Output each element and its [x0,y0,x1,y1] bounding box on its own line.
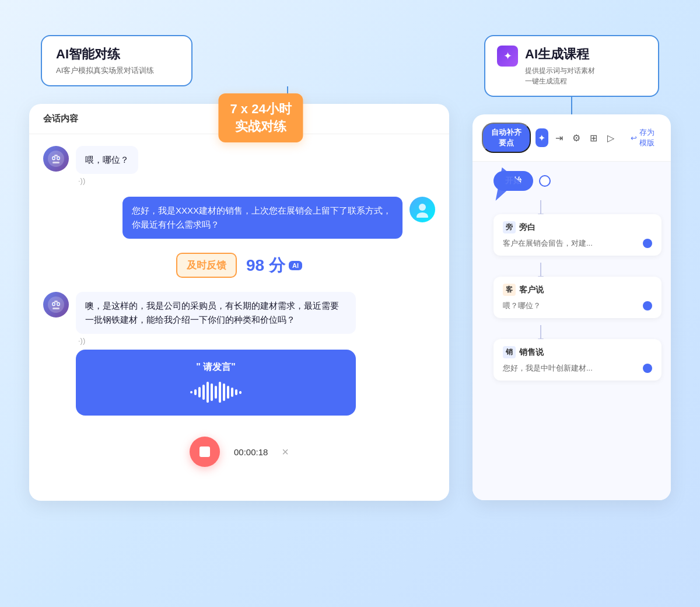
wave-bar [219,382,221,403]
wave-bar [190,391,192,393]
wave-bar [211,383,213,401]
voice-area: " 请发言" [76,350,356,416]
ai-course-card: ✦ AI生成课程 提供提示词与对话素材 一键生成流程 [484,35,659,97]
feedback-row: 及时反馈 98 分 AI [43,253,435,278]
card-header-3: 销 销售说 [503,346,652,358]
flow-card-narration: 旁 旁白 客户在展销会留告，对建... [494,214,662,256]
card-text-3: 您好，我是中叶创新建材... [503,363,593,374]
wave-bar [239,391,242,394]
wave-bar [235,389,237,395]
layout-icon[interactable]: ⊞ [587,128,599,147]
ai-course-desc2: 一键生成流程 [525,76,595,86]
auto-fill-button[interactable]: 自动补齐要点 [482,123,531,153]
settings-icon[interactable]: ⚙ [570,128,582,147]
card-dot-2 [643,301,652,311]
avatar-bot-1 [43,146,69,172]
stop-icon [200,446,210,457]
score-value: 98 分 [246,254,285,277]
right-panel: ✦ AI生成课程 提供提示词与对话素材 一键生成流程 自动补齐要点 ✦ ⇥ ⚙ … [473,35,671,500]
card-content-3: 您好，我是中叶创新建材... [503,363,652,374]
svg-point-8 [416,212,428,218]
wave-bar [194,389,197,395]
wave-bar [206,382,209,403]
card-header-2: 客 客户说 [503,284,652,296]
sparkle-icon[interactable]: ✦ [536,128,548,147]
chat-footer: 00:00:18 × [29,427,449,479]
flow-connector-1 [540,200,541,214]
svg-rect-14 [52,308,60,309]
score-badge: 98 分 AI [246,254,302,277]
chat-window: 会话内容 [29,104,449,501]
card-text-1: 客户在展销会留告，对建... [503,238,593,249]
ai-course-title: AI生成课程 [525,46,595,63]
avatar-user-1 [410,197,435,222]
flow-toolbar: 自动补齐要点 ✦ ⇥ ⚙ ⊞ ▷ ↩ 存为模版 [473,114,671,162]
sound-1: ·)) [76,176,138,185]
bubble-bot-1: 喂，哪位？ [76,146,138,174]
ai-title: AI智能对练 [56,46,177,63]
wave-bar [198,387,201,397]
svg-point-13 [58,304,60,305]
wave-bar [215,386,217,399]
svg-point-0 [48,151,64,167]
svg-rect-5 [52,162,60,163]
card-header-1: 旁 旁白 [503,221,652,233]
left-panel: AI智能对练 AI客户模拟真实场景对话训练 7 x 24小时 实战对练 会话内容 [29,35,459,501]
wave-bar [202,385,205,400]
save-label: 存为模版 [639,127,657,148]
ai-tag: AI [289,261,302,270]
realtime-line1: 7 x 24小时 [230,100,291,118]
svg-point-4 [58,158,60,159]
record-button[interactable] [190,437,220,467]
svg-point-3 [53,158,55,159]
svg-point-12 [53,304,55,305]
feedback-badge: 及时反馈 [176,253,237,278]
wave-bar [223,383,225,401]
import-icon[interactable]: ⇥ [553,128,565,147]
card-content-1: 客户在展销会留告，对建... [503,238,652,249]
svg-point-9 [48,296,64,313]
flow-content: 开始 旁 旁白 客户在展销会留告，对建... [473,162,671,500]
voice-prompt: " 请发言" [88,361,344,374]
svg-rect-15 [54,301,58,302]
ai-course-desc1: 提供提示词与对话素材 [525,65,595,76]
card-title-1: 旁白 [519,222,536,233]
message-bot-2: 噢，是这样的，我是公司的采购员，有长期的建材需求，最近需要一批钢铁建材，能给我介… [43,292,435,416]
connector-right [571,97,572,114]
msg-content-3: 噢，是这样的，我是公司的采购员，有长期的建材需求，最近需要一批钢铁建材，能给我介… [76,292,356,416]
timer: 00:00:18 [234,447,268,457]
main-container: AI智能对练 AI客户模拟真实场景对话训练 7 x 24小时 实战对练 会话内容 [29,23,671,584]
save-icon: ↩ [631,134,637,142]
flow-card-customer: 客 客户说 喂？哪位？ [494,277,662,318]
play-icon[interactable]: ▷ [604,128,617,147]
msg-content-2: 您好，我是XXXX建材的销售，上次您在展销会上留下了联系方式，你最近有什么需求吗… [123,197,402,239]
card-text-2: 喂？哪位？ [503,301,541,311]
ai-course-icon: ✦ [497,46,518,67]
bubble-user-1: 您好，我是XXXX建材的销售，上次您在展销会上留下了联系方式，你最近有什么需求吗… [123,197,402,239]
flow-connector-3 [540,325,541,339]
msg-content-1: 喂，哪位？ ·)) [76,146,138,185]
ai-course-text: AI生成课程 提供提示词与对话素材 一键生成流程 [525,46,595,86]
wave-bar [227,386,229,399]
waveform [88,381,344,404]
sound-3: ·)) [76,336,356,345]
card-dot-3 [643,364,652,373]
card-title-3: 销售说 [519,347,544,358]
close-button[interactable]: × [282,445,289,459]
chat-body: 喂，哪位？ ·)) 您好，我是XXXX建 [29,134,449,427]
flow-card-sales: 销 销售说 您好，我是中叶创新建材... [494,339,662,381]
realtime-line2: 实战对练 [230,118,291,135]
sales-icon: 销 [503,346,516,358]
card-content-2: 喂？哪位？ [503,301,652,311]
realtime-badge: 7 x 24小时 实战对练 [218,93,303,142]
avatar-bot-2 [43,292,69,318]
customer-icon: 客 [503,284,516,296]
flow-connector-2 [540,263,541,277]
message-bot-1: 喂，哪位？ ·)) [43,146,435,185]
svg-rect-6 [54,155,58,156]
ai-subtitle: AI客户模拟真实场景对话训练 [56,65,177,76]
card-dot-1 [643,239,652,248]
save-template-button[interactable]: ↩ 存为模版 [626,125,662,151]
narration-icon: 旁 [503,221,516,233]
svg-point-7 [419,204,426,211]
